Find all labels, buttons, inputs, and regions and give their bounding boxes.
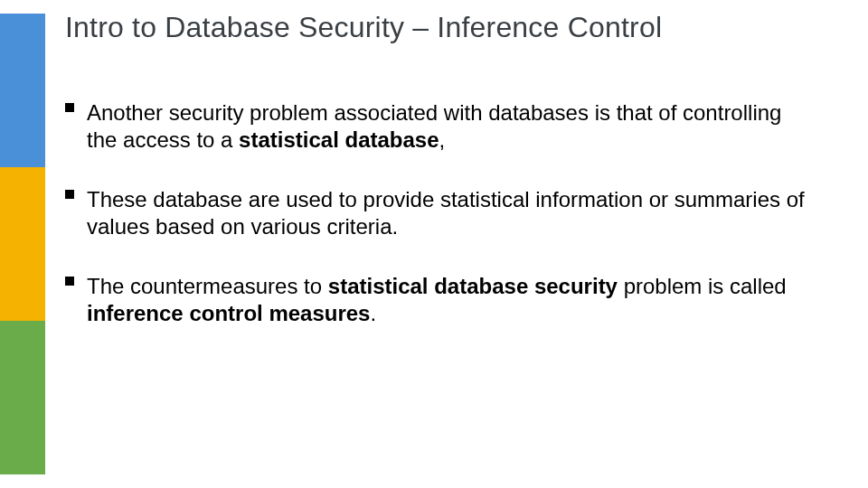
sidebar-blue xyxy=(0,14,45,167)
bullet-2: These database are used to provide stati… xyxy=(65,186,816,240)
slide-title: Intro to Database Security – Inference C… xyxy=(65,11,662,44)
bullet-3-text-post: . xyxy=(370,301,376,325)
bullet-3-bold-2: inference control measures xyxy=(87,301,370,325)
bullet-2-text: These database are used to provide stati… xyxy=(87,187,805,239)
bullet-1-text-post: , xyxy=(439,127,446,152)
sidebar-stripe xyxy=(0,0,45,488)
bullet-1-bold: statistical database xyxy=(239,127,439,152)
sidebar-yellow xyxy=(0,167,45,321)
bullet-marker-icon xyxy=(65,190,74,199)
bullet-marker-icon xyxy=(65,103,74,112)
slide: Intro to Database Security – Inference C… xyxy=(0,0,868,488)
sidebar-gap-bot xyxy=(0,474,45,488)
bullet-marker-icon xyxy=(65,277,74,286)
bullet-3-text-mid: problem is called xyxy=(618,274,787,298)
sidebar-gap-top xyxy=(0,0,45,14)
slide-content: Another security problem associated with… xyxy=(65,99,816,360)
bullet-1: Another security problem associated with… xyxy=(65,99,816,154)
bullet-3-text-pre: The countermeasures to xyxy=(87,274,328,298)
bullet-3-bold-1: statistical database security xyxy=(328,274,618,298)
bullet-3: The countermeasures to statistical datab… xyxy=(65,273,816,327)
sidebar-green xyxy=(0,321,45,474)
